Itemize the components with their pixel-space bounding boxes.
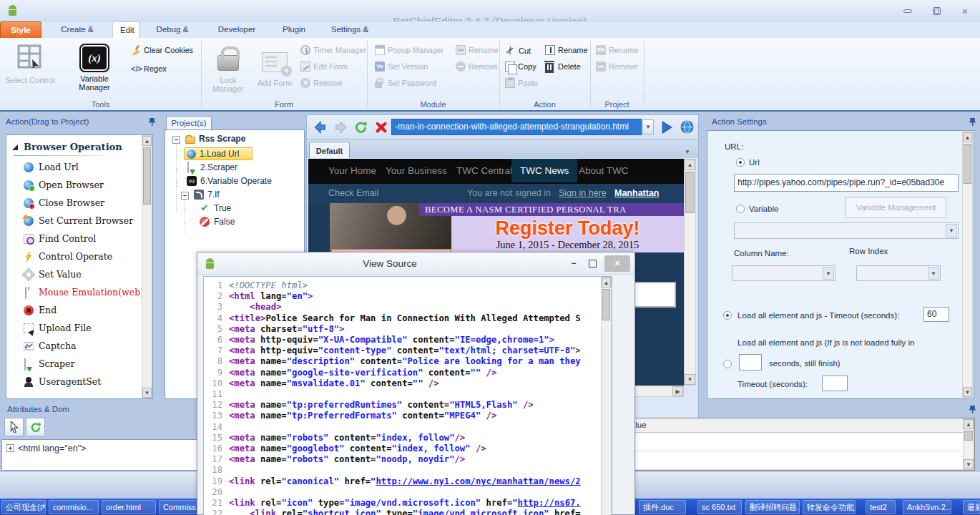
scroll-down-icon[interactable] xyxy=(963,387,972,397)
stop-button[interactable] xyxy=(372,118,390,136)
nav-twc-news[interactable]: TWC News xyxy=(511,159,577,182)
taskbar-item[interactable]: 插件.doc xyxy=(639,500,686,514)
tab-default[interactable]: Default xyxy=(309,142,350,159)
taskbar-item[interactable]: Commiss xyxy=(159,500,199,514)
close-button[interactable]: × xyxy=(604,255,630,272)
pin-icon[interactable] xyxy=(969,405,976,414)
tab-plugin[interactable]: Plugin xyxy=(275,21,313,38)
sign-in-link[interactable]: Sign in here xyxy=(559,188,607,198)
action-list-scrollbar[interactable] xyxy=(142,135,152,398)
dom-root-node[interactable]: <html lang="en"> xyxy=(18,443,86,453)
scroll-up-icon[interactable] xyxy=(602,278,611,288)
column-name-combo[interactable] xyxy=(732,265,836,281)
select-control-button[interactable]: Select Control xyxy=(4,44,56,84)
view-source-titlebar[interactable]: View Source − × xyxy=(197,252,634,275)
add-form-button[interactable]: Add Form xyxy=(253,44,296,87)
taskbar-item[interactable]: commisio... xyxy=(49,500,99,514)
delete-button[interactable]: Delete xyxy=(545,62,581,72)
check-email-link[interactable]: Check Email xyxy=(328,188,378,198)
tree-node-false[interactable]: False xyxy=(200,217,235,227)
ad-banner[interactable]: BECOME A NASM CERTIFIED PERSONAL TRA Reg… xyxy=(330,203,684,252)
module-remove-button[interactable]: Remove xyxy=(456,62,498,72)
row-index-combo[interactable] xyxy=(856,265,941,281)
page-search-input[interactable] xyxy=(634,282,676,308)
tab-edit[interactable]: Edit xyxy=(112,21,139,38)
pin-icon[interactable] xyxy=(148,117,156,127)
refresh-button[interactable] xyxy=(351,118,369,136)
tab-debug-run[interactable]: Debug & Run xyxy=(142,21,203,38)
tree-node-scraper[interactable]: 2.Scraper xyxy=(187,162,237,172)
tree-node-variable-operate[interactable]: (x)6.Variable Operate xyxy=(187,176,272,186)
taskbar-item[interactable]: sc 650.txt xyxy=(697,500,742,514)
forward-button[interactable] xyxy=(331,118,349,136)
popup-manager-button[interactable]: Popup Manager xyxy=(375,45,444,55)
taskbar-item[interactable]: test2 xyxy=(866,500,896,514)
close-button[interactable]: × xyxy=(955,6,975,16)
partial-load-seconds-input[interactable] xyxy=(739,354,762,371)
tree-node-if[interactable]: 7.If xyxy=(194,190,220,200)
timer-manager-button[interactable]: Timer Manager xyxy=(300,45,366,55)
action-item-set-current-browser[interactable]: Set Current Browser xyxy=(24,215,133,226)
variable-management-button[interactable]: Variable Management xyxy=(846,197,946,218)
address-bar[interactable]: -man-in-connection-with-alleged-attempte… xyxy=(391,119,642,135)
action-item-load-url[interactable]: Load Url xyxy=(24,162,79,172)
nav-twc-central[interactable]: TWC Central xyxy=(456,165,512,176)
browser-vscrollbar[interactable] xyxy=(684,159,696,386)
tree-node-load-url[interactable]: 1.Load Url xyxy=(187,149,239,159)
maximize-button[interactable] xyxy=(926,6,946,16)
action-item-mouse-emulation[interactable]: Mouse Emulation(web) xyxy=(24,287,144,298)
taskbar-item[interactable]: 最新 xyxy=(963,500,980,514)
lock-manager-button[interactable]: Lock Manager xyxy=(205,44,252,93)
project-rename-button[interactable]: RN Rename xyxy=(596,45,639,55)
paste-button[interactable]: Paste xyxy=(505,78,538,88)
scroll-thumb[interactable] xyxy=(964,431,973,441)
tab-style[interactable]: Style xyxy=(0,21,41,38)
taskbar-item[interactable]: 翻译招聘问题.txt xyxy=(745,500,800,514)
timeout-input[interactable] xyxy=(822,376,848,391)
action-item-set-value[interactable]: Set Value xyxy=(24,269,82,280)
set-version-button[interactable]: Ve Set Version xyxy=(375,62,428,72)
location-link[interactable]: Manhattan xyxy=(614,188,660,198)
url-radio[interactable]: Url xyxy=(736,158,760,167)
action-item-control-operate[interactable]: Control Operate xyxy=(24,251,112,262)
back-button[interactable] xyxy=(311,118,329,136)
scroll-down-icon[interactable] xyxy=(685,374,695,385)
scroll-down-icon[interactable] xyxy=(142,388,152,398)
taskbar-item[interactable]: 公司现金(内 xyxy=(1,500,46,514)
action-group-browser-operation[interactable]: Browser Operation xyxy=(12,142,122,152)
cut-button[interactable]: ✂ Cut xyxy=(505,45,531,56)
copy-button[interactable]: Copy xyxy=(505,62,536,72)
scroll-thumb[interactable] xyxy=(685,172,695,213)
nav-your-business[interactable]: Your Business xyxy=(386,165,447,176)
minimize-button[interactable]: − xyxy=(564,258,583,268)
scroll-thumb[interactable] xyxy=(964,144,971,184)
regex-button[interactable]: </> Regex xyxy=(131,64,167,74)
maximize-button[interactable] xyxy=(583,260,602,268)
source-scrollbar[interactable] xyxy=(601,277,612,515)
taskbar-item[interactable]: AnkhSvn-2.... xyxy=(903,500,951,514)
variable-combo[interactable] xyxy=(734,222,959,239)
scroll-up-icon[interactable] xyxy=(142,136,152,146)
project-panel-tab[interactable]: Project(s) xyxy=(166,116,212,129)
clear-cookies-button[interactable]: Clear Cookies xyxy=(131,45,193,55)
project-remove-button[interactable]: Remove xyxy=(596,62,638,72)
minimize-button[interactable] xyxy=(898,6,918,16)
action-item-end[interactable]: End xyxy=(24,305,57,315)
collapse-root-icon[interactable] xyxy=(172,136,180,144)
variable-manager-button[interactable]: (x) Variable Manager xyxy=(66,44,123,92)
set-password-button[interactable]: Set Password xyxy=(375,78,436,88)
tab-settings-help[interactable]: Settings & Help xyxy=(318,21,381,38)
partial-load-radio[interactable] xyxy=(723,360,732,368)
edit-form-button[interactable]: Edit Form xyxy=(300,62,348,72)
taskbar-item[interactable]: 转发命令功能及操作 xyxy=(803,500,856,514)
scroll-thumb[interactable] xyxy=(143,147,151,205)
action-item-open-browser[interactable]: Open Browser xyxy=(24,180,104,190)
form-remove-button[interactable]: Remove xyxy=(300,78,343,88)
taskbar-item[interactable]: order.html xyxy=(102,500,156,514)
module-rename-button[interactable]: Rename xyxy=(456,45,499,55)
tab-developer-tools[interactable]: Developer Tools xyxy=(205,21,268,38)
dom-pick-button[interactable] xyxy=(4,418,24,436)
table-scrollbar[interactable] xyxy=(963,418,974,470)
load-all-timeout-input[interactable]: 60 xyxy=(923,307,949,322)
expand-node-icon[interactable]: + xyxy=(6,444,14,452)
